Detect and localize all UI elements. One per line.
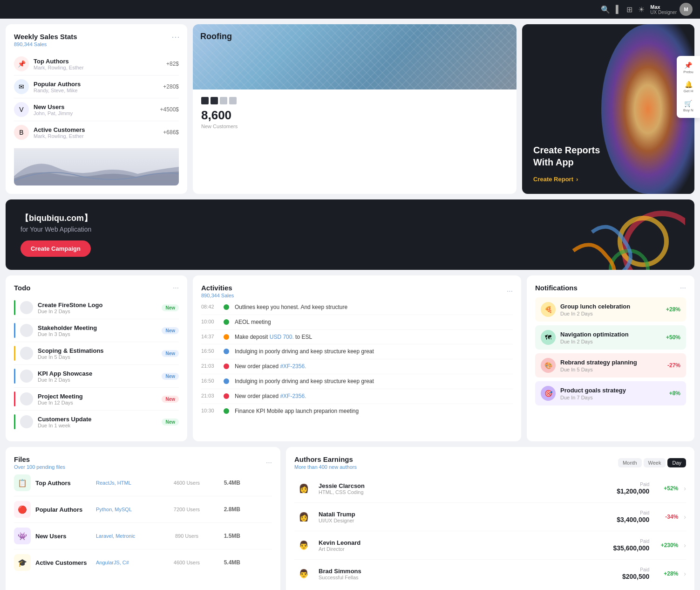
todo-menu-icon[interactable]: ⋯ — [173, 284, 179, 291]
reports-link[interactable]: Create Report › — [533, 176, 683, 183]
author-row: 👨 Brad Simmons Successful Fellas Paid $2… — [294, 560, 686, 588]
period-btn-month[interactable]: Month — [618, 458, 642, 467]
file-row: 🔴 Popular Authors Python, MySQL 7200 Use… — [14, 496, 272, 523]
activity-text: Make deposit USD 700. to ESL — [235, 333, 312, 341]
author-avatar: 👩 — [294, 479, 313, 498]
stat-value: +280$ — [163, 83, 179, 90]
main-content: Weekly Sales Stats 890,344 Sales ⋯ 📌 Top… — [0, 19, 700, 590]
sidebar-float-item-get-h[interactable]: 🔔 Get H — [683, 79, 694, 95]
todo-color-bar — [14, 414, 15, 429]
grid-icon[interactable]: ⊞ — [626, 5, 632, 14]
nc-square-light2 — [229, 97, 237, 104]
authors-earnings-card: Authors Earnings More than 400 new autho… — [286, 447, 694, 590]
activity-item: 10:00 AEOL meeting — [201, 315, 513, 330]
nc-square-dark — [201, 97, 209, 104]
activity-dot — [224, 349, 229, 354]
todo-due: Due In 2 Days — [38, 377, 157, 383]
todo-name: Create FireStone Logo — [38, 302, 157, 309]
campaign-title: 【biqubiqu.com】 — [20, 213, 92, 224]
activity-link[interactable]: #XF-2356. — [280, 363, 306, 370]
author-chevron-icon[interactable]: › — [684, 485, 686, 492]
activity-time: 10:30 — [201, 408, 218, 413]
author-name: Jessie Clarcson — [319, 482, 611, 489]
activity-time: 16:50 — [201, 348, 218, 354]
activities-subtitle: 890,344 Sales — [201, 293, 234, 298]
activity-dot — [224, 364, 229, 369]
todo-due: Due In 1 week — [38, 423, 157, 428]
period-btn-day[interactable]: Day — [667, 458, 686, 467]
file-name: New Users — [35, 533, 91, 540]
authors-subtitle: More than 400 new authors — [294, 464, 357, 470]
search-icon[interactable]: 🔍 — [601, 5, 610, 14]
file-tags: AngularJS, C# — [96, 560, 161, 565]
notif-info: Group lunch celebration Due In 2 Days — [560, 303, 661, 316]
todo-item: Customers Update Due In 1 week New — [14, 411, 179, 433]
activities-menu-icon[interactable]: ⋯ — [507, 288, 513, 295]
todo-due: Due In 2 Days — [38, 309, 157, 314]
activity-link[interactable]: #XF-2356. — [280, 393, 306, 399]
stat-name: Popular Authors — [34, 81, 158, 88]
stats-list: 📌 Top Authors Mark, Rowling, Esther +82$… — [14, 53, 179, 144]
todo-title: Todo — [14, 284, 31, 292]
todo-item: KPI App Showcase Due In 2 Days New — [14, 365, 179, 388]
author-info: Brad Simmons Successful Fellas — [319, 568, 617, 580]
author-row: 👩 Natali Trump UI/UX Designer Paid $3,40… — [294, 503, 686, 531]
stat-desc: Randy, Steve, Mike — [34, 88, 158, 93]
notif-due: Due In 2 Days — [560, 311, 661, 316]
sidebar-float-item-buy-n[interactable]: 🛒 Buy N — [682, 98, 694, 114]
reports-card: Create ReportsWith App Create Report › — [522, 24, 694, 194]
notif-name: Product goals strategy — [560, 387, 665, 394]
file-size: 2.8MB — [212, 506, 240, 513]
sales-menu-icon[interactable]: ⋯ — [171, 32, 180, 42]
file-tags: Python, MySQL — [96, 507, 161, 512]
stat-name: Top Authors — [34, 58, 162, 65]
author-amount: $1,200,000 — [617, 487, 649, 495]
stat-desc: Mark, Rowling, Esther — [34, 133, 158, 139]
create-campaign-button[interactable]: Create Campaign — [20, 240, 91, 257]
notifications-menu-icon[interactable]: ⋯ — [680, 284, 686, 291]
campaign-deco-svg — [545, 204, 685, 270]
activity-link[interactable]: USD 700. — [270, 334, 294, 340]
period-btn-week[interactable]: Week — [644, 458, 666, 467]
sidebar-float-item-prebu[interactable]: 📌 Prebu — [682, 60, 694, 76]
stat-icon: 📌 — [14, 56, 29, 71]
reports-title: Create ReportsWith App — [533, 144, 683, 168]
todo-badge: New — [162, 350, 179, 357]
authors-header: Authors Earnings More than 400 new autho… — [294, 455, 686, 470]
author-change: +230% — [655, 542, 678, 549]
file-size: 5.4MB — [212, 559, 240, 566]
notif-due: Due In 2 Days — [560, 339, 661, 344]
user-avatar[interactable]: M — [680, 3, 693, 16]
author-role: Art Director — [319, 546, 607, 552]
todo-name: Project Meeting — [38, 393, 157, 400]
author-role: Successful Fellas — [319, 575, 617, 580]
file-row: 📋 Top Authors ReactJs, HTML 4600 Users 5… — [14, 470, 272, 496]
author-chevron-icon[interactable]: › — [684, 570, 686, 577]
files-menu-icon[interactable]: ⋯ — [266, 459, 272, 466]
author-paid-label: Paid — [622, 567, 649, 572]
brightness-icon[interactable]: ☀ — [638, 5, 645, 14]
todo-avatar — [20, 347, 33, 360]
author-chevron-icon[interactable]: › — [684, 542, 686, 549]
files-title: Files — [14, 455, 65, 463]
roofing-glass — [193, 24, 517, 89]
file-name: Popular Authors — [35, 506, 91, 513]
bars-icon[interactable]: ▌ — [616, 5, 621, 14]
activity-item: 10:30 Finance KPI Mobile app launch prep… — [201, 404, 513, 418]
stat-info: Popular Authors Randy, Steve, Mike — [34, 81, 158, 93]
campaign-text: 【biqubiqu.com】 for Your Web Application … — [20, 213, 92, 257]
sidebar-float-icon: 🛒 — [684, 100, 692, 107]
activities-title: Activities — [201, 284, 234, 292]
roofing-label: Roofing — [200, 32, 232, 41]
notif-due: Due In 7 Days — [560, 395, 665, 400]
row-1: Weekly Sales Stats 890,344 Sales ⋯ 📌 Top… — [6, 24, 694, 194]
author-chevron-icon[interactable]: › — [684, 513, 686, 521]
file-users: 7200 Users — [166, 507, 208, 512]
period-buttons: MonthWeekDay — [618, 458, 686, 467]
todo-badge: New — [162, 304, 179, 311]
activity-dot — [224, 408, 229, 414]
notif-name: Rebrand strategy planning — [560, 359, 663, 366]
todo-info: Scoping & Estimations Due In 5 Days — [38, 347, 157, 360]
file-users: 4600 Users — [166, 560, 208, 565]
stat-value: +686$ — [163, 129, 179, 136]
